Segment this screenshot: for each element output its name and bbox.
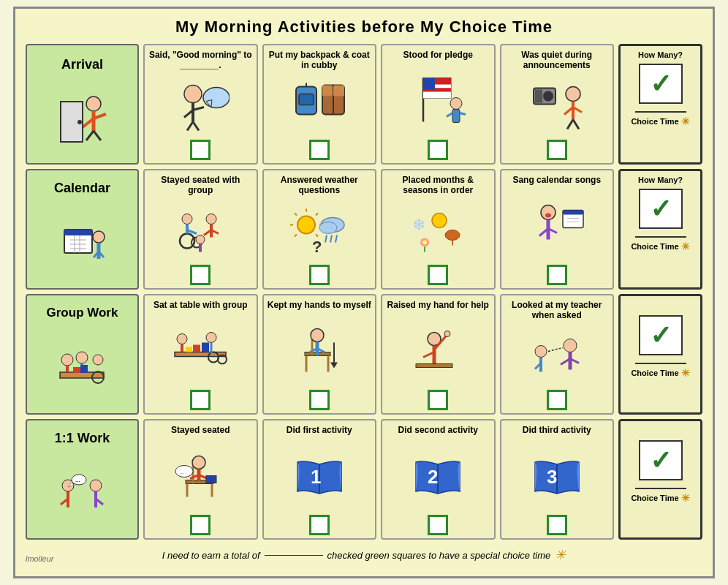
checkbox-calendar-songs[interactable] [547,265,567,285]
activity-label: Did second activity [398,425,478,435]
choice-line-3 [635,363,686,364]
svg-rect-29 [423,78,435,90]
checkbox-table-group[interactable] [190,390,211,410]
choice-time-label-3: Choice Time ✳ [631,367,689,379]
svg-rect-17 [299,94,314,105]
category-arrival: Arrival [26,44,139,165]
checkbox-looked-teacher[interactable] [547,390,567,410]
activity-label: Stood for pledge [403,50,473,60]
main-grid: Arrival [26,44,702,540]
choice-line-4 [635,488,686,489]
svg-text:1: 1 [311,466,321,488]
pledge-icon [403,63,473,137]
seated-group-icon [148,199,254,262]
choice-time-2: How Many? ✓ Choice Time ✳ [618,169,702,290]
svg-line-68 [316,214,318,216]
checkbox-good-morning[interactable] [190,140,211,160]
svg-point-85 [422,241,427,245]
svg-point-153 [192,456,205,469]
choice-checkbox-1[interactable]: ✓ [639,64,683,104]
checkbox-first-activity[interactable] [309,515,330,535]
activity-label: Did third activity [523,425,591,435]
activity-second-activity: Did second activity 2 [381,419,496,540]
choice-checkbox-3[interactable]: ✓ [639,315,683,355]
page: My Morning Activities before My Choice T… [13,7,715,578]
svg-rect-22 [333,86,344,97]
svg-text:3: 3 [547,466,557,488]
page-title: My Morning Activities before My Choice T… [26,18,702,37]
checkbox-quiet[interactable] [547,140,567,160]
activity-third-activity: Did third activity 3 [500,419,615,540]
svg-point-109 [177,334,187,344]
checkbox-pledge[interactable] [428,140,448,160]
checkbox-hands-myself[interactable] [309,390,330,410]
svg-text:❄: ❄ [412,216,425,234]
second-activity-icon: 2 [398,438,478,512]
checkbox-stayed-seated[interactable] [190,515,211,535]
checkbox-months[interactable] [428,265,448,285]
activity-label: Kept my hands to myself [268,300,371,310]
svg-line-138 [548,348,563,352]
svg-line-11 [193,107,204,110]
svg-rect-103 [73,367,80,373]
activity-table-group: Sat at table with group [143,294,258,415]
star-icon-2: ✳ [681,241,690,252]
svg-point-55 [182,214,192,224]
svg-rect-104 [80,365,88,373]
activity-label: Put my backpack & coat in cubby [267,50,373,71]
activity-label: Raised my hand for help [387,300,489,310]
arrival-icon [53,76,112,160]
svg-line-32 [447,113,452,117]
activity-backpack: Put my backpack & coat in cubby [262,44,377,165]
svg-rect-107 [202,343,209,352]
activity-label: Said, "Good morning" to ________. [148,50,254,71]
svg-point-111 [206,333,216,343]
checkbox-seated-group[interactable] [190,265,211,285]
choice-checkbox-2[interactable]: ✓ [639,189,683,229]
svg-point-8 [184,86,202,103]
footer-blank-line [265,555,323,556]
svg-text:...: ... [180,469,184,475]
activity-looked-teacher: Looked at my teacher when asked [500,294,615,415]
svg-line-12 [187,122,193,131]
checkbox-backpack[interactable] [309,140,330,160]
svg-point-14 [203,88,230,108]
checkbox-third-activity[interactable] [547,515,567,535]
choice-line-1 [635,111,686,113]
svg-text:...: ... [75,477,80,483]
svg-line-3 [94,114,106,118]
how-many-label-1: How Many? [638,50,683,59]
choice-time-3: ✓ Choice Time ✳ [618,294,702,415]
svg-point-64 [196,235,205,244]
svg-rect-130 [416,364,452,368]
checkbox-raised-hand[interactable] [428,390,448,410]
activity-raised-hand: Raised my hand for help [381,294,496,415]
activity-said-good-morning: Said, "Good morning" to ________. [143,44,258,165]
activity-pledge: Stood for pledge [381,44,496,165]
svg-rect-21 [322,86,333,97]
stayed-seated-icon: ... [171,438,230,512]
svg-line-4 [86,131,94,140]
activity-label: Was quiet during announcements [504,50,610,71]
groupwork-icon [47,323,118,410]
footer-star-icon: ✳ [555,547,566,563]
svg-point-37 [566,87,580,102]
activity-calendar-songs: Sang calendar songs [500,169,615,290]
backpack-icon [267,74,373,137]
svg-point-51 [93,231,105,243]
checkbox-weather[interactable] [309,265,330,285]
choice-checkbox-4[interactable]: ✓ [639,440,683,480]
svg-point-36 [543,91,553,102]
svg-point-101 [93,355,103,365]
hands-myself-icon [268,313,371,387]
category-label: Calendar [54,181,110,197]
svg-line-41 [567,120,573,129]
checkbox-second-activity[interactable] [428,515,448,535]
calendar-songs-icon [512,188,601,262]
svg-point-81 [432,214,447,228]
category-oneonone: 1:1 Work ... [26,419,139,540]
svg-line-33 [460,113,466,115]
svg-rect-31 [452,110,460,123]
svg-point-66 [297,216,315,234]
activity-label: Placed months & seasons in order [385,175,491,196]
